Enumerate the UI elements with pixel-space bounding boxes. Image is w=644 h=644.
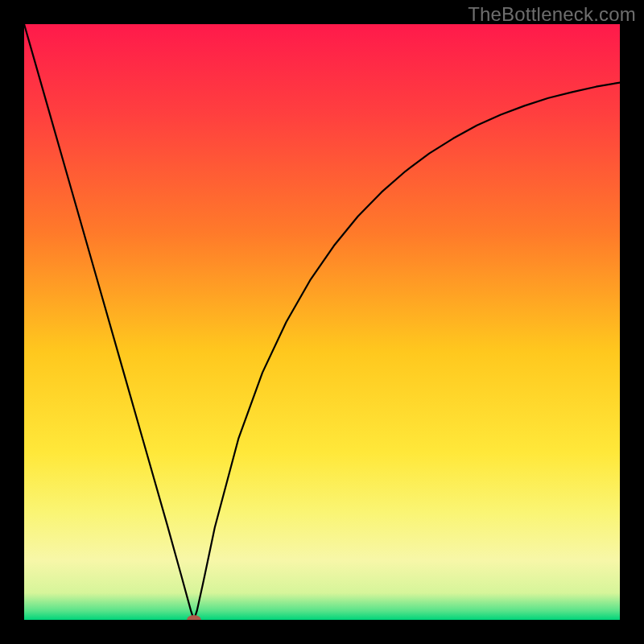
chart-canvas: [24, 24, 620, 620]
chart-frame: TheBottleneck.com: [0, 0, 644, 644]
watermark-text: TheBottleneck.com: [468, 3, 636, 26]
gradient-background: [24, 24, 620, 620]
